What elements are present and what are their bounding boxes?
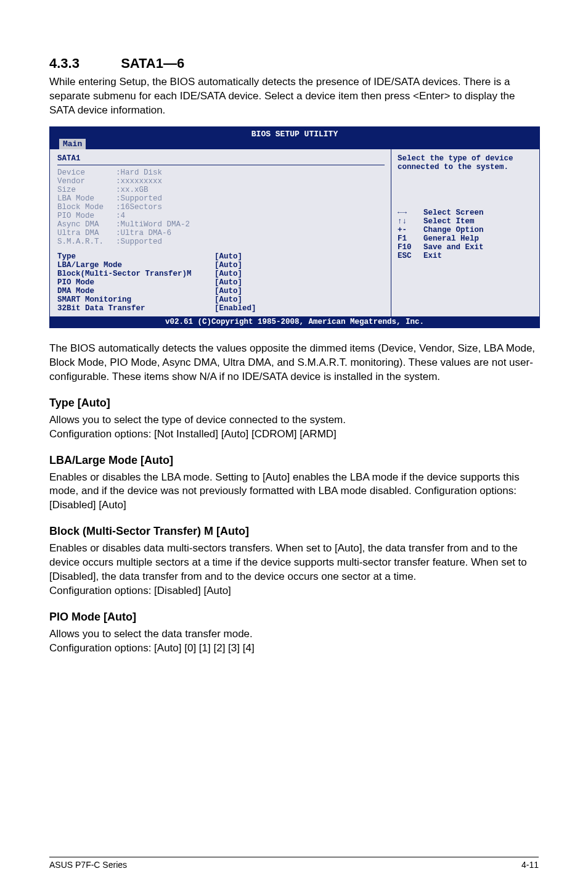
subsection-heading: Type [Auto]	[49, 397, 539, 410]
subsection-heading: LBA/Large Mode [Auto]	[49, 454, 539, 467]
bios-right-pane: Select the type of device connected to t…	[391, 149, 539, 316]
nav-key: F10	[398, 243, 423, 252]
section-number: 4.3.3	[49, 56, 117, 72]
nav-desc: Change Option	[423, 226, 484, 234]
nav-key: ↑↓	[398, 217, 423, 226]
dim-value: :16Sectors	[116, 203, 162, 212]
after-bios-paragraph: The BIOS automatically detects the value…	[49, 342, 539, 384]
dim-label: PIO Mode	[57, 212, 116, 220]
page-footer: ASUS P7F-C Series 4-11	[49, 857, 539, 870]
nav-desc: Save and Exit	[423, 243, 484, 252]
dim-value: :MultiWord DMA-2	[116, 220, 190, 229]
section-heading: 4.3.3 SATA1—6	[49, 56, 539, 72]
nav-desc: Select Item	[423, 217, 475, 226]
dim-value: :xxxxxxxxx	[116, 177, 162, 186]
dim-value: :Supported	[116, 194, 162, 203]
bios-dimmed-block: Device:Hard Disk Vendor:xxxxxxxxx Size:x…	[57, 168, 385, 246]
subsection-text: Configuration options: [Not Installed] […	[49, 427, 539, 442]
footer-right: 4-11	[521, 860, 539, 870]
nav-key: +-	[398, 226, 423, 234]
bios-footer: v02.61 (C)Copyright 1985-2008, American …	[50, 316, 539, 328]
bios-screenshot: BIOS SETUP UTILITY Main SATA1 Device:Har…	[49, 126, 540, 328]
bios-config-row[interactable]: LBA/Large Mode[Auto]	[57, 261, 385, 270]
nav-key: ←→	[398, 208, 423, 217]
dim-label: S.M.A.R.T.	[57, 237, 116, 246]
bios-panel-title: SATA1	[57, 154, 385, 163]
subsection-text: Allows you to select the type of device …	[49, 413, 539, 427]
page: 4.3.3 SATA1—6 While entering Setup, the …	[0, 0, 588, 887]
dim-value: :xx.xGB	[116, 186, 149, 194]
nav-desc: General Help	[423, 234, 479, 243]
bios-header: BIOS SETUP UTILITY Main	[50, 127, 539, 149]
bios-config-row[interactable]: Type[Auto]	[57, 252, 385, 261]
nav-desc: Exit	[423, 252, 442, 260]
intro-paragraph: While entering Setup, the BIOS automatic…	[49, 75, 539, 118]
dim-value: :Hard Disk	[116, 168, 162, 177]
dim-label: Vendor	[57, 177, 116, 186]
bios-left-pane: SATA1 Device:Hard Disk Vendor:xxxxxxxxx …	[50, 149, 391, 316]
bios-tab-main[interactable]: Main	[59, 138, 86, 149]
dim-label: Device	[57, 168, 116, 177]
section-title: SATA1—6	[121, 56, 184, 71]
subsection-text: Configuration options: [Disabled] [Auto]	[49, 584, 539, 598]
dim-label: Ultra DMA	[57, 229, 116, 237]
dim-value: :Supported	[116, 237, 162, 246]
bios-config-row[interactable]: PIO Mode[Auto]	[57, 278, 385, 287]
bios-body: SATA1 Device:Hard Disk Vendor:xxxxxxxxx …	[50, 149, 539, 316]
nav-key: ESC	[398, 252, 423, 260]
dim-value: :Ultra DMA-6	[116, 229, 171, 237]
nav-key: F1	[398, 234, 423, 243]
subsection-heading: Block (Multi-Sector Transfer) M [Auto]	[49, 525, 539, 538]
subsection-text: Enables or disables data multi-sectors t…	[49, 542, 539, 584]
bios-config-row[interactable]: SMART Monitoring[Auto]	[57, 295, 385, 304]
bios-config-block: Type[Auto] LBA/Large Mode[Auto] Block(Mu…	[57, 252, 385, 313]
bios-config-row[interactable]: Block(Multi-Sector Transfer)M[Auto]	[57, 270, 385, 278]
dim-label: Size	[57, 186, 116, 194]
subsection-text: Enables or disables the LBA mode. Settin…	[49, 471, 539, 513]
bios-title: BIOS SETUP UTILITY	[50, 128, 539, 139]
footer-left: ASUS P7F-C Series	[49, 860, 127, 870]
dim-value: :4	[116, 212, 125, 220]
bios-help-text: Select the type of device connected to t…	[398, 154, 533, 171]
bios-nav-help: ←→Select Screen ↑↓Select Item +-Change O…	[398, 208, 533, 260]
subsection-text: Allows you to select the data transfer m…	[49, 627, 539, 642]
dim-label: Async DMA	[57, 220, 116, 229]
subsection-heading: PIO Mode [Auto]	[49, 611, 539, 624]
bios-separator	[57, 165, 385, 165]
dim-label: Block Mode	[57, 203, 116, 212]
nav-desc: Select Screen	[423, 208, 484, 217]
bios-config-row[interactable]: DMA Mode[Auto]	[57, 287, 385, 295]
subsection-text: Configuration options: [Auto] [0] [1] [2…	[49, 642, 539, 656]
dim-label: LBA Mode	[57, 194, 116, 203]
bios-config-row[interactable]: 32Bit Data Transfer[Enabled]	[57, 304, 385, 313]
